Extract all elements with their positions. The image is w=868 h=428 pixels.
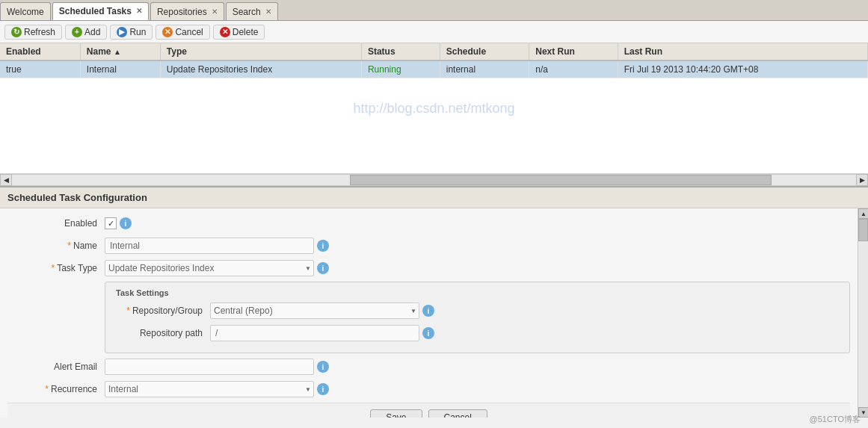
task-settings-group: Task Settings *Repository/Group Central … [105, 282, 850, 353]
task-type-info-icon[interactable]: i [317, 262, 329, 274]
cancel-label: Cancel [175, 27, 203, 37]
tab-search-close[interactable]: ✕ [265, 8, 271, 16]
table-header-row: Enabled Name ▲ Type Status Schedule Next… [0, 43, 868, 61]
scroll-track [858, 219, 868, 407]
recurrence-label: *Recurrence [7, 384, 105, 394]
name-input[interactable] [105, 238, 314, 254]
cell-next-run: n/a [529, 61, 618, 78]
repo-path-info-icon[interactable]: i [422, 327, 434, 339]
table-area: Enabled Name ▲ Type Status Schedule Next… [0, 43, 868, 174]
config-section: Scheduled Task Configuration Enabled ✓ i… [0, 186, 868, 418]
form-row-name: *Name i [7, 237, 850, 255]
alert-email-label: Alert Email [7, 362, 105, 372]
delete-button[interactable]: ✕ Delete [213, 25, 265, 40]
repo-group-required-star: * [126, 306, 130, 316]
repo-group-select-wrap: Central (Repo) ▼ [210, 303, 419, 319]
table-row[interactable]: true Internal Update Repositories Index … [0, 61, 868, 78]
tab-scheduled-tasks[interactable]: Scheduled Tasks ✕ [52, 2, 149, 20]
name-info-icon[interactable]: i [317, 240, 329, 252]
repo-group-select[interactable]: Central (Repo) [210, 303, 419, 319]
recurrence-info-icon[interactable]: i [317, 383, 329, 395]
form-row-recurrence: *Recurrence Internal ▼ i [7, 380, 850, 398]
run-button[interactable]: ▶ Run [110, 25, 153, 40]
recurrence-select[interactable]: Internal [105, 381, 314, 397]
tab-repositories-close[interactable]: ✕ [212, 8, 218, 16]
tab-search[interactable]: Search ✕ [226, 2, 278, 20]
cell-type: Update Repositories Index [160, 61, 361, 78]
col-schedule[interactable]: Schedule [440, 43, 529, 61]
cell-schedule: internal [440, 61, 529, 78]
h-scroll-thumb[interactable] [350, 175, 772, 185]
form-row-enabled: Enabled ✓ i [7, 214, 850, 232]
h-scrollbar[interactable]: ◀ ▶ [0, 174, 868, 186]
enabled-label: Enabled [7, 218, 105, 229]
scroll-thumb[interactable] [858, 219, 868, 241]
config-title: Scheduled Task Configuration [0, 186, 868, 208]
h-scroll-track [12, 175, 856, 185]
data-table: Enabled Name ▲ Type Status Schedule Next… [0, 43, 868, 78]
cell-last-run: Fri Jul 19 2013 10:44:20 GMT+08 [618, 61, 867, 78]
form-row-task-type: *Task Type Update Repositories Index ▼ i [7, 259, 850, 277]
task-type-select[interactable]: Update Repositories Index [105, 260, 314, 276]
tab-welcome[interactable]: Welcome [0, 2, 51, 20]
cancel-button[interactable]: ✕ Cancel [156, 25, 209, 40]
tab-search-label: Search [233, 7, 261, 17]
config-form: Enabled ✓ i *Name i *Task Type Upda [0, 208, 858, 418]
delete-label: Delete [233, 27, 259, 37]
delete-icon: ✕ [220, 27, 230, 37]
col-last-run[interactable]: Last Run [618, 43, 867, 61]
bottom-label: @51CTO博客 [810, 414, 861, 418]
col-type[interactable]: Type [160, 43, 361, 61]
task-type-label: *Task Type [7, 263, 105, 273]
alert-email-input[interactable] [105, 359, 314, 375]
task-type-select-wrap: Update Repositories Index ▼ [105, 260, 314, 276]
alert-email-info-icon[interactable]: i [317, 361, 329, 373]
run-label: Run [129, 27, 146, 37]
form-row-repo-path: Repository path i [113, 324, 842, 342]
col-status[interactable]: Status [361, 43, 440, 61]
tab-repositories[interactable]: Repositories ✕ [150, 2, 224, 20]
refresh-label: Refresh [24, 27, 55, 37]
col-name[interactable]: Name ▲ [80, 43, 160, 61]
config-scrollbar[interactable]: ▲ ▼ [858, 208, 868, 418]
form-row-repo-group: *Repository/Group Central (Repo) ▼ i [113, 302, 842, 320]
repo-group-info-icon[interactable]: i [422, 305, 434, 317]
h-scroll-right-btn[interactable]: ▶ [856, 174, 868, 186]
form-row-alert-email: Alert Email i [7, 358, 850, 376]
col-enabled[interactable]: Enabled [0, 43, 80, 61]
toolbar: ↻ Refresh + Add ▶ Run ✕ Cancel ✕ Delete [0, 21, 868, 43]
cell-name: Internal [80, 61, 160, 78]
enabled-checkbox[interactable]: ✓ [105, 217, 117, 229]
sort-arrow-name: ▲ [114, 48, 121, 56]
run-icon: ▶ [117, 27, 127, 37]
tab-scheduled-tasks-close[interactable]: ✕ [136, 7, 142, 15]
add-icon: + [72, 27, 82, 37]
enabled-info-icon[interactable]: i [120, 217, 132, 229]
tab-repositories-label: Repositories [157, 7, 207, 17]
repo-path-input[interactable] [210, 325, 419, 341]
config-body: Enabled ✓ i *Name i *Task Type Upda [0, 208, 868, 418]
refresh-button[interactable]: ↻ Refresh [4, 25, 62, 40]
repo-group-label: *Repository/Group [113, 306, 210, 316]
config-cancel-button[interactable]: Cancel [428, 409, 487, 418]
repo-path-label: Repository path [113, 328, 210, 338]
col-next-run[interactable]: Next Run [529, 43, 618, 61]
task-settings-legend: Task Settings [113, 288, 842, 297]
cell-enabled: true [0, 61, 80, 78]
add-label: Add [84, 27, 100, 37]
name-required-star: * [67, 241, 71, 251]
h-scroll-left-btn[interactable]: ◀ [0, 174, 12, 186]
tab-bar: Welcome Scheduled Tasks ✕ Repositories ✕… [0, 0, 868, 21]
save-button[interactable]: Save [370, 409, 422, 418]
add-button[interactable]: + Add [65, 25, 107, 40]
tab-welcome-label: Welcome [7, 7, 44, 17]
task-type-required-star: * [52, 263, 55, 273]
watermark: http://blog.csdn.net/mtkong [353, 101, 514, 117]
tab-scheduled-tasks-label: Scheduled Tasks [59, 6, 132, 16]
scroll-up-btn[interactable]: ▲ [858, 208, 868, 219]
form-actions: Save Cancel [7, 403, 850, 418]
recurrence-select-wrap: Internal ▼ [105, 381, 314, 397]
recurrence-required-star: * [45, 384, 49, 394]
refresh-icon: ↻ [11, 27, 22, 37]
cell-status: Running [361, 61, 440, 78]
